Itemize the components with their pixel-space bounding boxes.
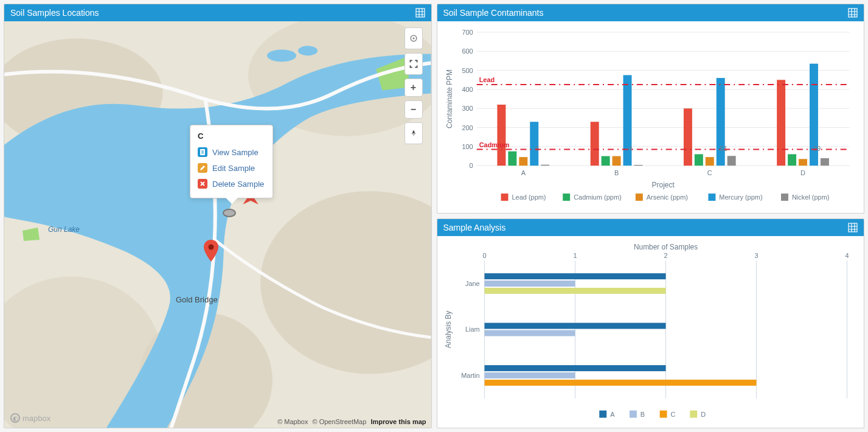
bar[interactable] [788, 154, 796, 165]
mapbox-logo-icon: ◐ [10, 413, 20, 423]
svg-text:Contaminate PPM: Contaminate PPM [445, 69, 453, 128]
panel-grid-icon[interactable] [415, 8, 425, 18]
svg-rect-49 [849, 223, 857, 232]
map-zoom-out-button[interactable]: − [404, 100, 423, 119]
analysis-body: Number of Samples01234Analysis ByJaneLia… [437, 236, 864, 428]
svg-text:300: 300 [462, 105, 473, 112]
analysis-chart[interactable]: Number of Samples01234Analysis ByJaneLia… [442, 241, 853, 423]
map-popup: C View Sample Edit Sample [190, 125, 273, 198]
panel-grid-icon[interactable] [848, 8, 858, 18]
bar[interactable] [484, 372, 575, 378]
bar[interactable] [508, 152, 516, 165]
popup-delete-sample[interactable]: Delete Sample [198, 176, 264, 192]
x-tick-label: 1 [573, 252, 577, 259]
svg-rect-59 [599, 411, 606, 418]
x-tick-label: A [521, 169, 526, 176]
bar[interactable] [519, 157, 527, 165]
document-icon [198, 147, 207, 157]
bar[interactable] [484, 288, 665, 294]
reference-line-label: Cadmium [479, 141, 509, 148]
svg-point-13 [209, 245, 214, 250]
attrib-mapbox[interactable]: © Mapbox [277, 418, 308, 425]
bar[interactable] [484, 365, 665, 371]
bar[interactable] [820, 158, 828, 165]
map-marker-grey[interactable] [223, 209, 236, 217]
legend-label: A [610, 411, 615, 418]
map-attribution: © Mapbox © OpenStreetMap Improve this ma… [276, 418, 427, 425]
x-tick-label: 4 [845, 252, 849, 259]
svg-text:400: 400 [462, 86, 473, 93]
legend: Lead (ppm)Cadmium (ppm)Arsenic (ppm)Merc… [501, 193, 829, 201]
svg-point-21 [412, 37, 414, 39]
analysis-panel-header: Sample Analysis [437, 219, 864, 236]
x-axis-title: Number of Samples [633, 243, 697, 251]
svg-text:700: 700 [462, 29, 473, 36]
attrib-improve[interactable]: Improve this map [370, 418, 426, 425]
map-marker-red-pin[interactable] [203, 240, 219, 262]
y-tick-label: Martin [461, 372, 479, 379]
map-body[interactable]: Gun Lake Gold Bridge C View Sample [4, 21, 431, 428]
contaminants-panel: Soil Sample Contaminants 010020030040050… [437, 4, 865, 214]
svg-rect-61 [659, 411, 667, 418]
mapbox-logo: ◐ mapbox [10, 413, 50, 423]
contaminants-body: 0100200300400500600700Contaminate PPM5A4… [437, 21, 864, 213]
popup-edit-sample[interactable]: Edit Sample [198, 160, 264, 176]
x-axis-title: Project [651, 181, 675, 189]
close-icon [198, 179, 207, 189]
y-tick-label: Liam [465, 326, 479, 333]
x-tick-label: 2 [664, 252, 667, 259]
svg-text:0: 0 [469, 162, 473, 169]
bar[interactable] [484, 323, 665, 329]
map-fullscreen-button[interactable] [404, 53, 423, 75]
contaminants-chart[interactable]: 0100200300400500600700Contaminate PPM5A4… [442, 26, 857, 208]
map-controls: + − [404, 27, 423, 144]
bar-value-label: 5 [535, 145, 539, 152]
map-locate-button[interactable] [404, 27, 423, 49]
popup-edit-label: Edit Sample [212, 164, 255, 173]
bar[interactable] [694, 154, 703, 165]
svg-text:200: 200 [462, 124, 473, 131]
bar[interactable] [612, 156, 620, 166]
bar[interactable] [484, 273, 665, 279]
bar[interactable] [683, 108, 692, 165]
bar[interactable] [497, 105, 505, 165]
popup-delete-label: Delete Sample [212, 179, 264, 189]
panel-grid-icon[interactable] [848, 223, 858, 232]
bar[interactable] [601, 156, 609, 166]
legend-label: C [670, 411, 675, 418]
map-panel-header: Soil Samples Locations [4, 4, 431, 21]
legend-label: Lead (ppm) [512, 193, 546, 201]
svg-rect-46 [635, 193, 642, 201]
bar[interactable] [484, 380, 756, 386]
attrib-osm[interactable]: © OpenStreetMap [313, 418, 367, 425]
bar[interactable] [484, 330, 575, 336]
bar[interactable] [590, 122, 599, 165]
contaminants-panel-header: Soil Sample Contaminants [437, 4, 864, 21]
bar[interactable] [799, 159, 807, 165]
svg-rect-44 [501, 193, 508, 201]
bar[interactable] [530, 122, 538, 165]
map-compass-button[interactable] [404, 122, 423, 144]
map-zoom-in-button[interactable]: + [404, 78, 423, 97]
svg-rect-48 [781, 193, 788, 201]
pencil-icon [198, 163, 207, 173]
map-panel-title: Soil Samples Locations [10, 8, 99, 18]
legend-label: D [701, 411, 706, 418]
svg-text:100: 100 [462, 143, 473, 150]
bar[interactable] [484, 280, 575, 287]
analysis-panel-title: Sample Analysis [443, 223, 506, 232]
bar[interactable] [727, 156, 735, 165]
y-axis-title: Analysis By [443, 311, 452, 349]
svg-text:500: 500 [462, 67, 473, 74]
bar[interactable] [634, 165, 642, 165]
bar[interactable] [716, 78, 724, 165]
bar[interactable] [777, 80, 785, 165]
popup-view-sample[interactable]: View Sample [198, 144, 264, 160]
map-town-label: Gold Bridge [176, 295, 218, 304]
bar-value-label: 39 [813, 145, 820, 152]
legend: ABCD [599, 411, 706, 418]
y-tick-label: Jane [465, 280, 479, 287]
map-canvas[interactable] [4, 21, 431, 428]
bar[interactable] [541, 165, 549, 166]
bar[interactable] [705, 157, 713, 165]
